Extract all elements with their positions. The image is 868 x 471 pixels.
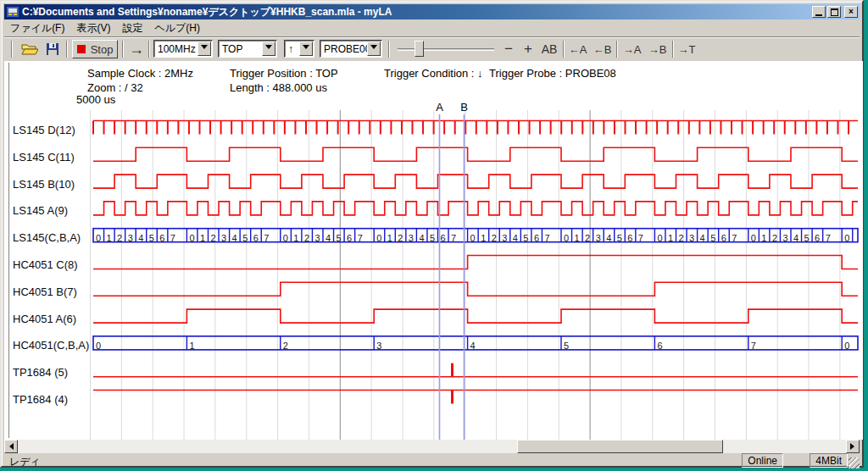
combo-dropdown-button[interactable]	[367, 42, 381, 56]
svg-text:7: 7	[544, 233, 549, 243]
channel-wave-hc4051-b-7-	[93, 282, 858, 296]
svg-text:0: 0	[283, 233, 288, 243]
zoom-ab-button[interactable]: AB	[538, 40, 560, 58]
status-ready-text: レディ	[9, 455, 41, 469]
channel-wave-tp1684-4-	[93, 391, 858, 404]
sample-clock-combo[interactable]: 100MHz	[153, 40, 213, 58]
svg-text:3: 3	[221, 233, 226, 243]
trigger-position-combo[interactable]: TOP	[218, 40, 277, 58]
open-file-button[interactable]	[19, 40, 41, 58]
chevron-down-icon	[265, 45, 272, 53]
zoom-slider-track[interactable]	[398, 48, 494, 51]
svg-text:0: 0	[657, 233, 662, 243]
svg-text:6: 6	[657, 341, 662, 351]
svg-text:2: 2	[585, 233, 590, 243]
menu-view[interactable]: 表示(V)	[70, 19, 116, 37]
svg-text:3: 3	[596, 233, 601, 243]
channel-wave-ls145-c-b-a-: 0123456701234567012345670123456701234567…	[93, 229, 858, 243]
status-bar: レディ Online 4MBit	[4, 454, 860, 467]
info-length: Length : 488.000 us	[230, 81, 327, 94]
chevron-down-icon	[201, 45, 208, 53]
menu-help[interactable]: ヘルプ(H)	[148, 19, 206, 37]
chevron-down-icon	[370, 45, 377, 53]
scroll-right-button[interactable]	[846, 440, 860, 453]
svg-text:6: 6	[815, 233, 820, 243]
info-zoom: Zoom : / 32	[87, 81, 143, 94]
menu-settings[interactable]: 設定	[116, 19, 148, 37]
svg-text:5: 5	[149, 233, 154, 243]
goto-trigger-label: →T	[678, 43, 696, 56]
goto-cursor-a-left-button[interactable]: ←A	[566, 40, 589, 58]
run-arrow-icon: →	[129, 41, 144, 58]
minimize-icon	[815, 14, 822, 16]
svg-text:3: 3	[689, 233, 694, 243]
goto-cursor-a-right-button[interactable]: →A	[620, 40, 643, 58]
toolbar-separator	[148, 41, 150, 58]
menu-bar: ファイル(F) 表示(V) 設定 ヘルプ(H)	[4, 20, 860, 36]
combo-dropdown-button[interactable]	[198, 42, 211, 56]
svg-text:7: 7	[751, 341, 756, 351]
close-icon: ×	[849, 8, 854, 16]
svg-text:6: 6	[159, 233, 164, 243]
goto-trigger-button[interactable]: →T	[676, 40, 698, 58]
combo-dropdown-button[interactable]	[299, 42, 313, 56]
goto-a-left-label: ←A	[569, 43, 587, 56]
goto-cursor-b-right-button[interactable]: →B	[646, 40, 669, 58]
scrollbar-thumb[interactable]	[517, 440, 723, 453]
horizontal-scrollbar[interactable]	[4, 440, 860, 453]
svg-text:4: 4	[232, 233, 237, 243]
zoom-slider-handle[interactable]	[415, 41, 424, 57]
svg-text:3: 3	[128, 233, 133, 243]
svg-text:4: 4	[326, 233, 331, 243]
app-icon	[7, 6, 19, 18]
trigger-probe-value: PROBE00	[324, 43, 370, 55]
floppy-disk-icon	[46, 42, 59, 56]
info-trigger-position: Trigger Position : TOP	[230, 67, 338, 80]
zoom-in-button[interactable]: +	[519, 40, 537, 58]
svg-text:5: 5	[617, 233, 622, 243]
channel-wave-ls145-a-9-	[93, 202, 858, 215]
svg-text:0: 0	[470, 233, 476, 243]
maximize-button[interactable]	[827, 6, 841, 18]
minus-icon: −	[504, 41, 513, 58]
svg-text:0: 0	[96, 341, 101, 351]
svg-text:5: 5	[564, 341, 569, 351]
close-button[interactable]: ×	[844, 6, 858, 18]
svg-text:2: 2	[283, 341, 288, 351]
svg-text:3: 3	[782, 233, 787, 243]
svg-text:5: 5	[523, 233, 528, 243]
svg-text:1: 1	[481, 233, 486, 243]
channel-wave-ls145-c-11-	[93, 147, 858, 161]
svg-text:2: 2	[304, 233, 309, 243]
stop-button[interactable]: Stop	[72, 40, 118, 58]
goto-cursor-b-left-button[interactable]: ←B	[591, 40, 614, 58]
channel-wave-ls145-b-10-	[93, 175, 858, 188]
cursor-a-label: A	[436, 101, 443, 114]
menu-file[interactable]: ファイル(F)	[4, 19, 70, 37]
svg-text:2: 2	[211, 233, 216, 243]
scroll-left-button[interactable]	[4, 440, 18, 453]
resize-grip[interactable]	[849, 457, 860, 468]
svg-text:0: 0	[376, 233, 381, 243]
trigger-edge-combo[interactable]: ↑	[284, 40, 314, 58]
svg-text:4: 4	[419, 233, 424, 243]
toolbar-separator	[672, 41, 674, 58]
zoom-out-button[interactable]: −	[499, 40, 518, 58]
svg-text:3: 3	[314, 233, 320, 243]
minimize-button[interactable]	[812, 6, 826, 18]
svg-text:5: 5	[242, 233, 248, 243]
toolbar: Stop → 100MHz TOP ↑ PROBE00 − + AB ←	[4, 38, 860, 60]
waveform-canvas[interactable]: 0123456701234567012345670123456701234567…	[4, 99, 863, 440]
title-bar[interactable]: C:¥Documents and Settings¥noname¥デスクトップ¥…	[4, 4, 860, 19]
combo-dropdown-button[interactable]	[262, 42, 275, 56]
chevron-down-icon	[303, 45, 309, 53]
run-single-button[interactable]: →	[126, 40, 147, 58]
trigger-probe-combo[interactable]: PROBE00	[320, 40, 382, 58]
svg-text:5: 5	[710, 233, 715, 243]
channel-wave-hc4051-a-6-	[93, 309, 858, 323]
channel-wave-hc4051-c-b-a-: 012345670	[93, 336, 858, 351]
stop-icon	[77, 45, 86, 53]
save-button[interactable]	[42, 40, 64, 58]
status-memory-badge: 4MBit	[810, 453, 848, 468]
svg-text:0: 0	[96, 233, 101, 243]
